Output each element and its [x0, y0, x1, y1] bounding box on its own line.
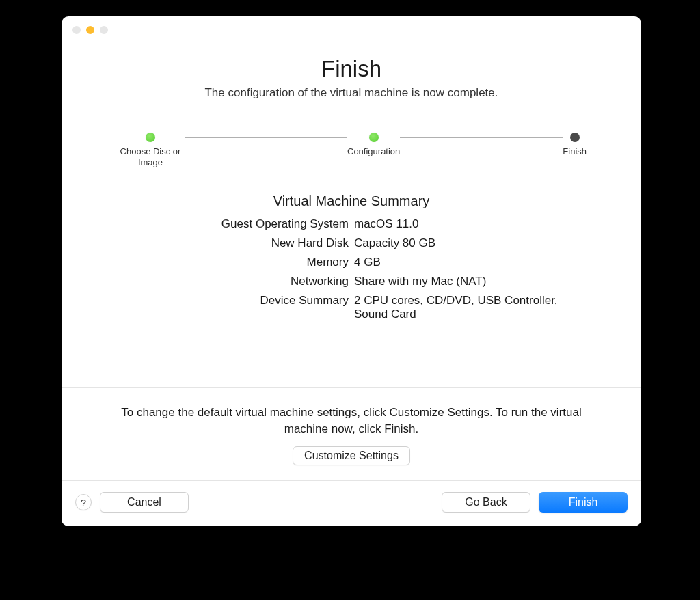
summary-row-value: Share with my Mac (NAT): [354, 275, 563, 288]
summary-row-value: Capacity 80 GB: [354, 236, 563, 250]
customize-settings-button[interactable]: Customize Settings: [293, 446, 410, 465]
cancel-button[interactable]: Cancel: [100, 492, 189, 513]
step-finish: Finish: [563, 133, 587, 157]
wizard-footer: ? Cancel Go Back Finish: [62, 480, 641, 526]
summary-row-label: Device Summary: [139, 294, 349, 321]
summary-row-value: 4 GB: [354, 256, 563, 269]
step-connector: [400, 137, 563, 138]
step-label: Finish: [563, 146, 587, 157]
customize-instruction: To change the default virtual machine se…: [103, 405, 600, 438]
step-dot-icon: [369, 133, 379, 142]
step-configuration: Configuration: [347, 133, 400, 157]
progress-stepper: Choose Disc or Image Configuration Finis…: [62, 133, 641, 169]
window-zoom-icon[interactable]: [100, 26, 108, 34]
step-dot-icon: [570, 133, 580, 142]
summary-row-value: macOS 11.0: [354, 217, 563, 231]
customize-section: To change the default virtual machine se…: [62, 387, 641, 480]
summary-row-label: Networking: [139, 275, 349, 288]
summary-table: Guest Operating System macOS 11.0 New Ha…: [139, 217, 563, 321]
summary-content: Virtual Machine Summary Guest Operating …: [62, 169, 641, 387]
finish-button[interactable]: Finish: [539, 492, 628, 513]
help-button[interactable]: ?: [75, 494, 92, 510]
summary-row-value: 2 CPU cores, CD/DVD, USB Controller, Sou…: [354, 294, 563, 321]
summary-row-label: New Hard Disk: [139, 236, 349, 250]
summary-row-label: Memory: [139, 256, 349, 269]
page-title: Finish: [89, 56, 614, 82]
step-label: Configuration: [347, 146, 400, 157]
window-close-icon[interactable]: [72, 26, 81, 34]
wizard-header: Finish The configuration of the virtual …: [62, 37, 641, 100]
go-back-button[interactable]: Go Back: [442, 492, 530, 513]
page-subtitle: The configuration of the virtual machine…: [89, 86, 614, 100]
summary-row-label: Guest Operating System: [139, 217, 349, 231]
step-label: Choose Disc or Image: [116, 146, 185, 169]
window-controls: [62, 16, 641, 37]
step-connector: [185, 137, 347, 138]
step-choose-disc: Choose Disc or Image: [116, 133, 185, 169]
step-dot-icon: [146, 133, 155, 142]
summary-heading: Virtual Machine Summary: [89, 193, 614, 209]
window-minimize-icon[interactable]: [86, 26, 94, 34]
vm-wizard-window: Finish The configuration of the virtual …: [62, 16, 641, 526]
help-icon: ?: [81, 497, 86, 508]
